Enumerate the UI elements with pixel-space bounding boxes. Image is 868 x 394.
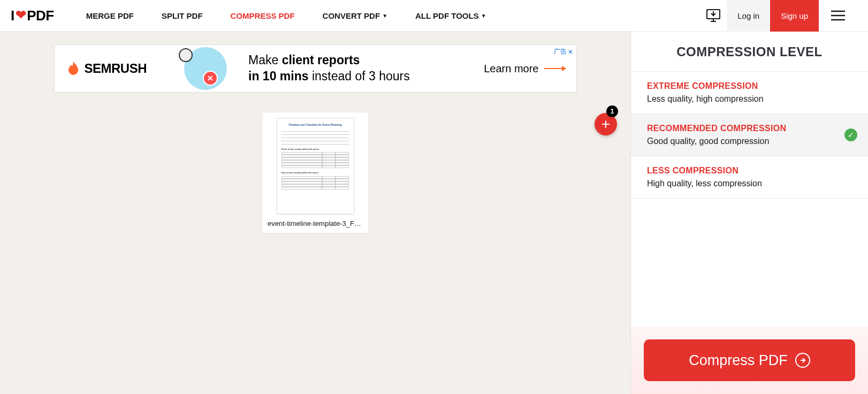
workspace: 广告 ✕ SEMRUSH ✕ Make client reports in 10… xyxy=(0,32,630,394)
option-extreme[interactable]: EXTREME COMPRESSION Less quality, high c… xyxy=(631,72,868,114)
fire-icon xyxy=(65,60,81,77)
option-desc: Less quality, high compression xyxy=(647,94,852,104)
hamburger-icon xyxy=(831,10,845,21)
options-panel: COMPRESSION LEVEL EXTREME COMPRESSION Le… xyxy=(630,32,868,394)
option-recommended[interactable]: RECOMMENDED COMPRESSION Good quality, go… xyxy=(631,114,868,156)
main-nav: MERGE PDF SPLIT PDF COMPRESS PDF CONVERT… xyxy=(86,11,701,20)
logo-text-i: I xyxy=(11,7,14,24)
login-button[interactable]: Log in xyxy=(727,0,770,32)
ad-line2-bold: in 10 mins xyxy=(248,69,312,83)
compress-button-label: Compress PDF xyxy=(689,352,788,369)
arrow-circle-icon xyxy=(795,353,810,368)
heart-icon: ❤ xyxy=(16,7,26,22)
nav-all-tools[interactable]: ALL PDF TOOLS ▼ xyxy=(415,11,486,20)
header-right: Log in Sign up xyxy=(700,0,857,32)
desktop-download-icon xyxy=(706,8,721,23)
close-icon: ✕ xyxy=(568,48,573,56)
ad-text: Make client reports in 10 mins instead o… xyxy=(248,52,410,85)
header: I ❤ PDF MERGE PDF SPLIT PDF COMPRESS PDF… xyxy=(0,0,868,32)
logo-text-pdf: PDF xyxy=(27,7,54,24)
add-file-button[interactable]: + 1 xyxy=(595,113,617,135)
option-title: EXTREME COMPRESSION xyxy=(647,81,852,91)
main-container: 广告 ✕ SEMRUSH ✕ Make client reports in 10… xyxy=(0,32,868,394)
arrow-right-icon xyxy=(544,68,566,69)
ad-cta-text: Learn more xyxy=(484,63,538,75)
ad-line1-pre: Make xyxy=(248,53,282,67)
compress-button[interactable]: Compress PDF xyxy=(644,339,855,381)
nav-convert-label: CONVERT PDF xyxy=(323,11,380,20)
chevron-down-icon: ▼ xyxy=(382,13,387,19)
file-card[interactable]: Timeline and Checklist for Event Plannin… xyxy=(262,112,369,233)
option-title: LESS COMPRESSION xyxy=(647,166,852,176)
nav-split[interactable]: SPLIT PDF xyxy=(162,11,203,20)
logo[interactable]: I ❤ PDF xyxy=(11,7,54,24)
ad-brand: SEMRUSH xyxy=(65,60,147,77)
nav-merge[interactable]: MERGE PDF xyxy=(86,11,134,20)
file-thumbnail: Timeline and Checklist for Event Plannin… xyxy=(277,118,354,214)
ad-close[interactable]: 广告 ✕ xyxy=(554,47,573,56)
ad-banner[interactable]: 广告 ✕ SEMRUSH ✕ Make client reports in 10… xyxy=(54,44,577,93)
check-icon: ✓ xyxy=(844,128,857,141)
ad-brand-text: SEMRUSH xyxy=(85,61,147,76)
option-less[interactable]: LESS COMPRESSION High quality, less comp… xyxy=(631,156,868,199)
nav-all-tools-label: ALL PDF TOOLS xyxy=(415,11,479,20)
ad-line2-post: instead of 3 hours xyxy=(312,69,410,83)
chevron-down-icon: ▼ xyxy=(481,13,486,19)
download-desktop-button[interactable] xyxy=(700,0,727,32)
file-count-badge: 1 xyxy=(606,105,618,117)
action-area: Compress PDF xyxy=(631,327,868,394)
option-desc: High quality, less compression xyxy=(647,179,852,188)
nav-compress[interactable]: COMPRESS PDF xyxy=(231,11,295,20)
ad-cta[interactable]: Learn more xyxy=(484,63,565,75)
ad-label: 广告 xyxy=(554,47,567,56)
menu-button[interactable] xyxy=(819,0,857,32)
ad-line1-bold: client reports xyxy=(282,53,360,67)
ad-illustration: ✕ xyxy=(179,47,232,90)
plus-icon: + xyxy=(601,116,610,133)
file-name: event-timeline-template-3_FL... xyxy=(268,219,363,228)
signup-button[interactable]: Sign up xyxy=(770,0,819,32)
nav-convert[interactable]: CONVERT PDF ▼ xyxy=(323,11,387,20)
option-desc: Good quality, good compression xyxy=(647,137,852,146)
panel-title: COMPRESSION LEVEL xyxy=(631,32,868,72)
option-title: RECOMMENDED COMPRESSION xyxy=(647,124,852,133)
